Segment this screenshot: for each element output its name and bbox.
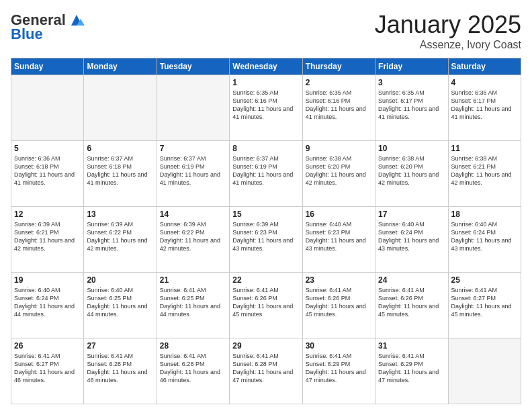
day-number: 19 (14, 275, 81, 285)
day-info: Sunrise: 6:40 AMSunset: 6:24 PMDaylight:… (378, 220, 445, 253)
day-info: Sunrise: 6:35 AMSunset: 6:17 PMDaylight:… (378, 89, 445, 122)
col-header-wednesday: Wednesday (230, 58, 302, 75)
day-info: Sunrise: 6:41 AMSunset: 6:29 PMDaylight:… (306, 352, 372, 385)
day-number: 26 (14, 341, 81, 351)
week-row-4: 19Sunrise: 6:40 AMSunset: 6:24 PMDayligh… (11, 273, 521, 338)
calendar-cell: 5Sunrise: 6:36 AMSunset: 6:18 PMDaylight… (11, 141, 84, 207)
calendar-cell: 21Sunrise: 6:41 AMSunset: 6:25 PMDayligh… (157, 273, 229, 338)
day-info: Sunrise: 6:37 AMSunset: 6:19 PMDaylight:… (232, 154, 299, 187)
logo-blue-text: Blue (11, 27, 43, 42)
calendar-cell: 9Sunrise: 6:38 AMSunset: 6:20 PMDaylight… (302, 141, 375, 207)
day-info: Sunrise: 6:39 AMSunset: 6:21 PMDaylight:… (14, 220, 81, 253)
day-number: 27 (87, 341, 153, 351)
day-info: Sunrise: 6:40 AMSunset: 6:24 PMDaylight:… (14, 286, 81, 319)
day-info: Sunrise: 6:35 AMSunset: 6:16 PMDaylight:… (306, 89, 372, 122)
page: General Blue January 2025 Assenze, Ivory… (0, 0, 532, 411)
col-header-monday: Monday (84, 58, 157, 75)
col-header-tuesday: Tuesday (157, 58, 229, 75)
day-number: 21 (160, 275, 226, 285)
calendar-cell: 8Sunrise: 6:37 AMSunset: 6:19 PMDaylight… (230, 141, 302, 207)
day-number: 18 (451, 210, 518, 219)
day-info: Sunrise: 6:38 AMSunset: 6:21 PMDaylight:… (451, 154, 518, 187)
day-number: 17 (378, 210, 445, 219)
calendar-cell: 2Sunrise: 6:35 AMSunset: 6:16 PMDaylight… (302, 75, 375, 141)
day-number: 16 (306, 210, 372, 219)
calendar-cell: 20Sunrise: 6:40 AMSunset: 6:25 PMDayligh… (84, 273, 157, 338)
col-header-saturday: Saturday (448, 58, 521, 75)
day-info: Sunrise: 6:41 AMSunset: 6:26 PMDaylight:… (306, 286, 372, 319)
day-number: 3 (378, 78, 445, 87)
calendar-cell: 27Sunrise: 6:41 AMSunset: 6:28 PMDayligh… (84, 338, 157, 404)
day-info: Sunrise: 6:40 AMSunset: 6:24 PMDaylight:… (451, 220, 518, 253)
calendar-cell: 7Sunrise: 6:37 AMSunset: 6:19 PMDaylight… (157, 141, 229, 207)
day-number: 1 (232, 78, 299, 87)
day-number: 22 (232, 275, 299, 285)
day-number: 24 (378, 275, 445, 285)
day-number: 28 (160, 341, 226, 351)
week-row-1: 1Sunrise: 6:35 AMSunset: 6:16 PMDaylight… (11, 75, 521, 141)
calendar-cell: 25Sunrise: 6:41 AMSunset: 6:27 PMDayligh… (448, 273, 521, 338)
calendar-cell: 31Sunrise: 6:41 AMSunset: 6:29 PMDayligh… (375, 338, 448, 404)
day-number: 25 (451, 275, 518, 285)
calendar-cell: 19Sunrise: 6:40 AMSunset: 6:24 PMDayligh… (11, 273, 84, 338)
day-number: 23 (306, 275, 372, 285)
day-number: 12 (14, 210, 81, 219)
day-number: 5 (14, 144, 81, 153)
day-info: Sunrise: 6:38 AMSunset: 6:20 PMDaylight:… (306, 154, 372, 187)
day-info: Sunrise: 6:41 AMSunset: 6:26 PMDaylight:… (378, 286, 445, 319)
day-info: Sunrise: 6:39 AMSunset: 6:22 PMDaylight:… (87, 220, 153, 253)
day-info: Sunrise: 6:41 AMSunset: 6:28 PMDaylight:… (87, 352, 153, 385)
day-number: 6 (87, 144, 153, 153)
month-title: January 2025 (375, 11, 521, 39)
day-info: Sunrise: 6:36 AMSunset: 6:18 PMDaylight:… (14, 154, 81, 187)
day-info: Sunrise: 6:41 AMSunset: 6:27 PMDaylight:… (14, 352, 81, 385)
calendar-cell: 13Sunrise: 6:39 AMSunset: 6:22 PMDayligh… (84, 207, 157, 273)
day-info: Sunrise: 6:36 AMSunset: 6:17 PMDaylight:… (451, 89, 518, 122)
day-number: 29 (232, 341, 299, 351)
day-info: Sunrise: 6:41 AMSunset: 6:25 PMDaylight:… (160, 286, 226, 319)
calendar-cell: 11Sunrise: 6:38 AMSunset: 6:21 PMDayligh… (448, 141, 521, 207)
day-info: Sunrise: 6:35 AMSunset: 6:16 PMDaylight:… (232, 89, 299, 122)
calendar-cell: 4Sunrise: 6:36 AMSunset: 6:17 PMDaylight… (448, 75, 521, 141)
day-number: 9 (306, 144, 372, 153)
day-info: Sunrise: 6:39 AMSunset: 6:23 PMDaylight:… (232, 220, 299, 253)
location-title: Assenze, Ivory Coast (375, 39, 521, 51)
logo-icon (67, 11, 86, 30)
calendar-cell (448, 338, 521, 404)
day-info: Sunrise: 6:41 AMSunset: 6:28 PMDaylight:… (160, 352, 226, 385)
calendar-cell: 18Sunrise: 6:40 AMSunset: 6:24 PMDayligh… (448, 207, 521, 273)
logo: General Blue (11, 11, 86, 42)
calendar-cell: 23Sunrise: 6:41 AMSunset: 6:26 PMDayligh… (302, 273, 375, 338)
day-number: 15 (232, 210, 299, 219)
day-info: Sunrise: 6:37 AMSunset: 6:19 PMDaylight:… (160, 154, 226, 187)
day-info: Sunrise: 6:39 AMSunset: 6:22 PMDaylight:… (160, 220, 226, 253)
week-row-5: 26Sunrise: 6:41 AMSunset: 6:27 PMDayligh… (11, 338, 521, 404)
day-number: 11 (451, 144, 518, 153)
day-info: Sunrise: 6:41 AMSunset: 6:29 PMDaylight:… (378, 352, 445, 385)
calendar-cell (157, 75, 229, 141)
day-number: 4 (451, 78, 518, 87)
calendar-cell: 12Sunrise: 6:39 AMSunset: 6:21 PMDayligh… (11, 207, 84, 273)
calendar-cell: 15Sunrise: 6:39 AMSunset: 6:23 PMDayligh… (230, 207, 302, 273)
calendar-cell: 10Sunrise: 6:38 AMSunset: 6:20 PMDayligh… (375, 141, 448, 207)
day-number: 8 (232, 144, 299, 153)
day-info: Sunrise: 6:41 AMSunset: 6:26 PMDaylight:… (232, 286, 299, 319)
header: General Blue January 2025 Assenze, Ivory… (11, 11, 521, 51)
calendar-cell: 24Sunrise: 6:41 AMSunset: 6:26 PMDayligh… (375, 273, 448, 338)
day-number: 10 (378, 144, 445, 153)
calendar-cell (84, 75, 157, 141)
calendar-cell: 14Sunrise: 6:39 AMSunset: 6:22 PMDayligh… (157, 207, 229, 273)
day-info: Sunrise: 6:40 AMSunset: 6:25 PMDaylight:… (87, 286, 153, 319)
day-number: 13 (87, 210, 153, 219)
day-number: 31 (378, 341, 445, 351)
day-number: 7 (160, 144, 226, 153)
calendar-cell (11, 75, 84, 141)
calendar-cell: 29Sunrise: 6:41 AMSunset: 6:28 PMDayligh… (230, 338, 302, 404)
title-block: January 2025 Assenze, Ivory Coast (375, 11, 521, 51)
calendar-cell: 3Sunrise: 6:35 AMSunset: 6:17 PMDaylight… (375, 75, 448, 141)
day-info: Sunrise: 6:40 AMSunset: 6:23 PMDaylight:… (306, 220, 372, 253)
day-info: Sunrise: 6:38 AMSunset: 6:20 PMDaylight:… (378, 154, 445, 187)
calendar-cell: 17Sunrise: 6:40 AMSunset: 6:24 PMDayligh… (375, 207, 448, 273)
day-number: 2 (306, 78, 372, 87)
day-info: Sunrise: 6:37 AMSunset: 6:18 PMDaylight:… (87, 154, 153, 187)
